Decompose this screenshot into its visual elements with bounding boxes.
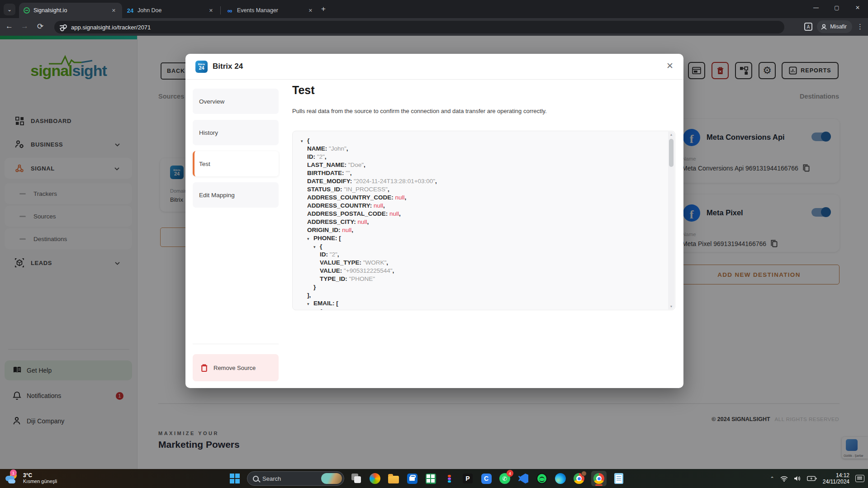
url-bar[interactable]: app.signalsight.io/tracker/2071: [54, 21, 784, 33]
taskbar-center: Search P C ✆4: [228, 469, 625, 488]
json-line: VALUE: "+905312225544",: [293, 267, 668, 275]
window-controls: — ▢ ✕: [806, 0, 868, 15]
modal-title: Bitrix 24: [213, 62, 243, 71]
modal-header: Bitrix24 Bitrix 24 ✕: [185, 54, 683, 80]
json-line: TYPE_ID: "PHONE": [293, 275, 668, 283]
volume-icon[interactable]: [794, 475, 801, 482]
modal-nav-history[interactable]: History: [193, 120, 279, 145]
modal-nav: Overview History Test Edit Mapping: [193, 89, 279, 213]
json-line: ADDRESS_CITY: null,: [293, 218, 668, 226]
modal-nav-divider: [193, 344, 279, 344]
system-tray: ⌃ 14:12 24/11/2024: [770, 469, 864, 488]
vscode-icon[interactable]: [517, 472, 530, 485]
browser-toolbar: ← → ⟳ app.signalsight.io/tracker/2071 A …: [0, 18, 868, 36]
json-line: NAME: "John",: [293, 145, 668, 153]
bitrix24-favicon-icon: 24: [127, 7, 134, 14]
minimize-button[interactable]: —: [806, 0, 826, 15]
tab-events-manager[interactable]: ∞ Events Manager ✕: [222, 3, 319, 18]
person-icon: [821, 24, 827, 30]
json-line: ▾PHONE: [: [293, 234, 668, 242]
new-tab-button[interactable]: +: [321, 5, 326, 14]
reload-icon[interactable]: ⟳: [37, 22, 43, 31]
modal-nav-test[interactable]: Test: [193, 151, 279, 176]
weather-widget[interactable]: 1 3°C Kısmen güneşli: [5, 470, 57, 486]
json-line: ▾{: [293, 308, 668, 310]
trash-icon: [200, 364, 208, 372]
microsoft-store-icon[interactable]: [406, 472, 418, 485]
start-button[interactable]: [228, 472, 241, 485]
copilot-icon[interactable]: [369, 472, 381, 485]
chrome-profile-icon[interactable]: [573, 472, 585, 485]
translate-icon[interactable]: A: [804, 23, 812, 31]
whatsapp-badge: 4: [507, 470, 513, 477]
figma-icon[interactable]: [443, 472, 455, 485]
profile-button[interactable]: Misafir: [817, 20, 852, 33]
json-line: DATE_MODIFY: "2024-11-24T13:28:01+03:00"…: [293, 177, 668, 185]
notepad-icon[interactable]: [612, 472, 625, 485]
edge-icon[interactable]: [554, 472, 567, 485]
clock-time: 14:12: [823, 472, 849, 479]
menu-kebab-icon[interactable]: ⋮: [857, 23, 863, 31]
bitrix24-logo-icon: Bitrix24: [195, 61, 208, 73]
task-view-icon[interactable]: [350, 472, 363, 485]
toolbar-right: A Misafir ⋮: [804, 20, 863, 33]
json-line: ▾EMAIL: [: [293, 299, 668, 308]
json-line: ID: "2",: [293, 251, 668, 259]
modal-nav-overview[interactable]: Overview: [193, 89, 279, 114]
tab-john-doe[interactable]: 24 John Doe ✕: [122, 3, 219, 18]
modal-nav-edit-mapping[interactable]: Edit Mapping: [193, 182, 279, 208]
json-line: ADDRESS_POSTAL_CODE: null,: [293, 210, 668, 218]
avatar: [581, 471, 587, 476]
json-scrollbar[interactable]: ▲ ▼: [668, 132, 674, 309]
browser-tabstrip: ⌄ Signalsight.io ✕ 24 John Doe ✕ ∞ Event…: [0, 0, 868, 18]
profile-label: Misafir: [830, 24, 847, 30]
remove-source-button[interactable]: Remove Source: [193, 354, 279, 381]
active-indicator: [595, 484, 602, 486]
tab-signalsight[interactable]: Signalsight.io ✕: [19, 3, 122, 18]
chrome-active-icon[interactable]: [591, 471, 607, 486]
json-line: }: [293, 283, 668, 291]
json-test-output: ▾{NAME: "John",ID: "2",LAST_NAME: "Doe",…: [292, 131, 675, 310]
scroll-down-icon[interactable]: ▼: [668, 305, 674, 308]
json-line: ADDRESS_COUNTRY_CODE: null,: [293, 194, 668, 202]
maximize-button[interactable]: ▢: [826, 0, 847, 15]
c-app-icon[interactable]: C: [480, 472, 493, 485]
tab-close-icon[interactable]: ✕: [307, 8, 314, 14]
weather-badge: 1: [10, 469, 17, 476]
battery-charging-icon[interactable]: [807, 476, 817, 481]
url-text: app.signalsight.io/tracker/2071: [71, 24, 151, 31]
close-icon[interactable]: ✕: [666, 61, 674, 71]
json-line: STATUS_ID: "IN_PROCESS",: [293, 185, 668, 194]
site-info-icon[interactable]: [60, 25, 66, 29]
p-app-icon[interactable]: P: [461, 472, 474, 485]
scroll-up-icon[interactable]: ▲: [668, 133, 674, 136]
clock-date: 24/11/2024: [823, 479, 849, 485]
json-line: VALUE_TYPE: "WORK",: [293, 259, 668, 267]
spotify-icon[interactable]: [536, 472, 548, 485]
json-line: ▾{: [293, 137, 668, 145]
search-daily-image: [321, 473, 342, 484]
wifi-icon[interactable]: [780, 476, 788, 482]
bitrix24-modal: Bitrix24 Bitrix 24 ✕ Overview History Te…: [185, 54, 683, 388]
clock[interactable]: 14:12 24/11/2024: [823, 472, 849, 485]
search-icon: [253, 476, 259, 482]
taskbar: 1 3°C Kısmen güneşli Search P C ✆4: [0, 469, 868, 488]
forward-icon[interactable]: →: [21, 22, 28, 31]
tab-close-icon[interactable]: ✕: [110, 8, 118, 14]
close-window-button[interactable]: ✕: [847, 0, 868, 15]
page: signalsight DASHBOARD BUSINESS SIGN: [0, 36, 868, 469]
tabs: Signalsight.io ✕ 24 John Doe ✕ ∞ Events …: [19, 3, 319, 18]
json-line: LAST_NAME: "Doe",: [293, 161, 668, 169]
touch-keyboard-icon[interactable]: [855, 475, 864, 482]
scrollbar-thumb[interactable]: [669, 139, 674, 167]
tab-close-icon[interactable]: ✕: [207, 8, 215, 14]
weather-condition: Kısmen güneşli: [23, 479, 57, 484]
back-icon[interactable]: ←: [5, 22, 13, 31]
excel-icon[interactable]: [424, 472, 437, 485]
whatsapp-icon[interactable]: ✆4: [498, 472, 511, 485]
weather-icon: 1: [5, 470, 19, 486]
tray-expand-icon[interactable]: ⌃: [770, 476, 774, 482]
file-explorer-icon[interactable]: [387, 472, 400, 485]
tab-search-button[interactable]: ⌄: [4, 4, 15, 15]
taskbar-search[interactable]: Search: [247, 471, 344, 486]
